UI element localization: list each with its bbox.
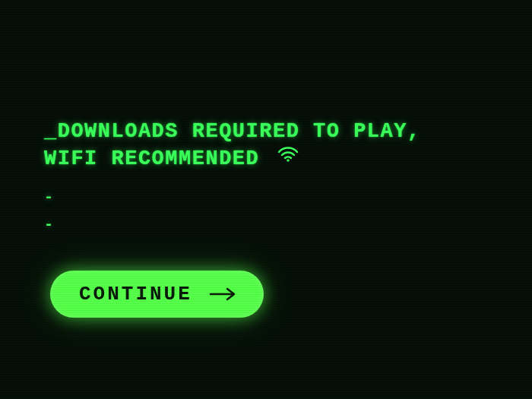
continue-button[interactable]: CONTINUE [50,271,264,318]
continue-button-label: CONTINUE [79,283,192,306]
cursor-prefix: _ [44,120,58,143]
svg-point-0 [287,159,290,162]
download-message: _DOWNLOADS REQUIRED TO PLAY, WIFI RECOMM… [44,118,488,173]
wifi-icon [277,144,299,171]
dash-1: - [44,185,488,210]
message-text: DOWNLOADS REQUIRED TO PLAY, WIFI RECOMME… [44,120,421,170]
loading-indicator: - - [44,185,488,237]
arrow-right-icon [209,287,238,302]
dash-2: - [44,213,488,237]
download-prompt-panel: _DOWNLOADS REQUIRED TO PLAY, WIFI RECOMM… [0,0,532,318]
